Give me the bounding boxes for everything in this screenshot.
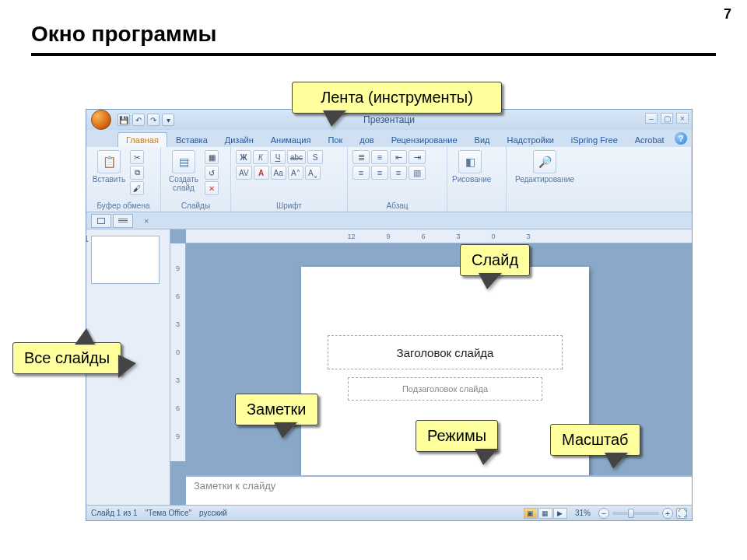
paste-button[interactable]: 📋 Вставить <box>91 150 127 184</box>
align-center-button[interactable]: ≡ <box>371 166 388 180</box>
tab-design[interactable]: Дизайн <box>216 132 262 147</box>
ruler-mark: 3 <box>527 233 531 240</box>
tab-review[interactable]: Рецензирование <box>383 132 466 147</box>
columns-button[interactable]: ▥ <box>409 166 426 180</box>
zoom-percent[interactable]: 31% <box>575 509 591 517</box>
maximize-button[interactable]: ▢ <box>661 113 673 124</box>
tab-animation[interactable]: Анимация <box>262 132 320 147</box>
title-placeholder[interactable]: Заголовок слайда <box>328 335 563 369</box>
zoom-in-button[interactable]: + <box>662 508 673 519</box>
shadow-button[interactable]: S <box>307 150 323 164</box>
status-language[interactable]: русский <box>199 509 227 517</box>
outline-tab[interactable] <box>113 214 133 228</box>
underline-button[interactable]: Ч <box>270 150 286 164</box>
zoom-knob[interactable] <box>628 509 634 518</box>
zoom-out-button[interactable]: − <box>598 508 609 519</box>
qat-more-icon[interactable]: ▾ <box>162 114 174 126</box>
callout-notes: Заметки <box>235 394 318 425</box>
char-spacing-button[interactable]: AV <box>236 166 252 180</box>
ribbon-tabs: Главная Вставка Дизайн Анимация Пок дов … <box>86 130 692 147</box>
numbering-button[interactable]: ≡ <box>371 150 388 164</box>
zoom-track[interactable] <box>612 512 659 515</box>
new-slide-button[interactable]: ▤ Создать слайд <box>166 150 202 192</box>
tab-view[interactable]: Вид <box>466 132 499 147</box>
grow-font-button[interactable]: A˄ <box>288 166 303 180</box>
indent-dec-button[interactable]: ⇤ <box>390 150 407 164</box>
italic-button[interactable]: К <box>253 150 268 164</box>
new-slide-label: Создать слайд <box>169 175 198 192</box>
ruler-mark: 0 <box>492 233 496 240</box>
align-right-button[interactable]: ≡ <box>390 166 407 180</box>
group-paragraph: ≣ ≡ ⇤ ⇥ ≡ ≡ ≡ ▥ Абзац <box>348 147 447 212</box>
group-clipboard-label: Буфер обмена <box>91 200 156 210</box>
notes-pane[interactable]: Заметки к слайду <box>186 475 692 505</box>
minimize-button[interactable]: – <box>645 113 658 124</box>
subtitle-placeholder[interactable]: Подзаголовок слайда <box>348 377 542 401</box>
group-paragraph-label: Абзац <box>352 200 442 210</box>
tab-insert[interactable]: Вставка <box>167 132 216 147</box>
slideshow-view-button[interactable]: ▶ <box>553 508 567 519</box>
page-title: Окно программы <box>31 22 216 47</box>
align-left-button[interactable]: ≡ <box>352 166 370 180</box>
bold-button[interactable]: Ж <box>236 150 251 164</box>
tab-ispring[interactable]: iSpring Free <box>563 132 626 147</box>
reset-icon[interactable]: ↺ <box>205 166 219 180</box>
callout-slide-label: Слайд <box>472 251 518 268</box>
drawing-label: Рисование <box>452 175 491 184</box>
editing-button[interactable]: 🔎 Редактирование <box>511 150 578 184</box>
format-painter-icon[interactable]: 🖌 <box>130 181 144 195</box>
slide-thumbnail[interactable]: 1 <box>91 236 160 284</box>
group-drawing: ◧ Рисование Рисование <box>447 147 507 212</box>
window-title: Презентаци <box>86 114 692 125</box>
drawing-button[interactable]: ◧ Рисование <box>452 150 488 184</box>
copy-icon[interactable]: ⧉ <box>130 166 144 180</box>
thumbnails-tab[interactable] <box>91 214 111 228</box>
callout-ribbon: Лента (инструменты) <box>292 82 502 114</box>
help-icon[interactable]: ? <box>675 132 687 145</box>
layout-icon[interactable]: ▦ <box>205 150 219 164</box>
bullets-button[interactable]: ≣ <box>352 150 370 164</box>
tab-show[interactable]: Пок <box>319 132 351 147</box>
strike-button[interactable]: abc <box>287 150 306 164</box>
callout-zoom: Масштаб <box>550 424 640 456</box>
ruler-mark: 9 <box>176 432 180 440</box>
ruler-mark: 3 <box>457 233 461 240</box>
group-slides-label: Слайды <box>166 200 226 210</box>
sorter-view-button[interactable]: ▦ <box>538 508 552 519</box>
status-slide-count: Слайд 1 из 1 <box>91 509 138 517</box>
tab-acrobat[interactable]: Acrobat <box>626 132 673 147</box>
editing-label: Редактирование <box>515 175 574 184</box>
ruler-mark: 6 <box>421 233 425 240</box>
page-number: 7 <box>724 6 731 23</box>
delete-slide-icon[interactable]: ✕ <box>205 181 219 195</box>
callout-slide: Слайд <box>460 244 530 276</box>
fit-to-window-button[interactable]: ⛶ <box>676 508 687 519</box>
ruler-mark: 9 <box>386 233 390 240</box>
office-button[interactable] <box>91 110 111 130</box>
tab-addins[interactable]: Надстройки <box>498 132 562 147</box>
group-font: Ж К Ч abc S AV A Aa A˄ Aˬ Шрифт <box>231 147 348 212</box>
font-color-button[interactable]: A <box>254 166 269 180</box>
ruler-mark: 0 <box>176 348 180 356</box>
ruler-mark: 3 <box>176 320 180 328</box>
ruler-mark: 12 <box>347 233 355 240</box>
redo-icon[interactable]: ↷ <box>147 114 160 126</box>
callout-thumbs-label: Все слайды <box>24 349 110 366</box>
thumbnail-number: 1 <box>86 235 89 243</box>
cut-icon[interactable]: ✂ <box>130 150 144 164</box>
shrink-font-button[interactable]: Aˬ <box>305 166 321 180</box>
slide-panel-tabs: × <box>86 212 692 229</box>
callout-ribbon-label: Лента (инструменты) <box>321 89 473 106</box>
change-case-button[interactable]: Aa <box>271 166 286 180</box>
indent-inc-button[interactable]: ⇥ <box>409 150 426 164</box>
view-mode-buttons: ▣ ▦ ▶ <box>524 508 567 519</box>
tab-show2[interactable]: дов <box>351 132 382 147</box>
panel-close-icon[interactable]: × <box>144 216 149 226</box>
tab-home[interactable]: Главная <box>117 132 167 147</box>
normal-view-button[interactable]: ▣ <box>524 508 538 519</box>
zoom-slider: − + ⛶ <box>598 508 687 519</box>
undo-icon[interactable]: ↶ <box>132 114 145 126</box>
shapes-icon: ◧ <box>458 150 482 173</box>
save-icon[interactable]: 💾 <box>117 114 130 126</box>
close-button[interactable]: × <box>676 113 689 124</box>
